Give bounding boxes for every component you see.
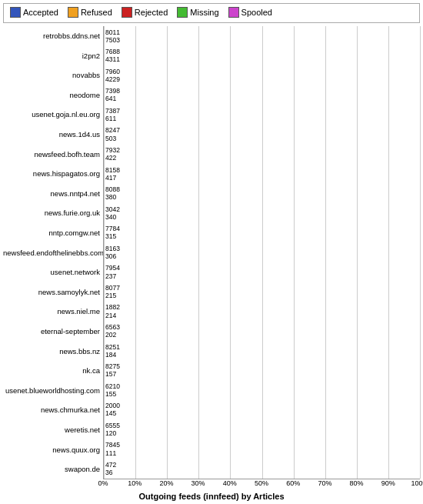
x-tick-label: 60% [286, 479, 300, 487]
bar-row: 8077215 [104, 285, 420, 298]
y-label: news.hispagatos.org [3, 170, 100, 178]
bar-num: 111 [105, 449, 120, 457]
bar-row: 2000145 [104, 403, 420, 416]
bar-num: 7932 [105, 146, 120, 154]
bar-num: 8088 [105, 185, 120, 193]
bar-num: 6210 [105, 382, 120, 390]
bar-numbers: 7784315 [105, 225, 120, 240]
bar-num: 7784 [105, 225, 120, 232]
bar-num: 6555 [105, 422, 120, 429]
bar-numbers: 6210155 [105, 382, 120, 398]
bar-row: 6210155 [104, 384, 420, 396]
bar-num: 422 [105, 154, 120, 162]
bar-numbers: 79604229 [105, 68, 120, 83]
bar-num: 306 [105, 252, 120, 260]
bars-area: 8011750376884311796042297398641738761182… [103, 26, 420, 479]
bar-numbers: 8251184 [105, 343, 120, 359]
bar-row: 79604229 [104, 69, 420, 82]
y-label: novabbs [3, 72, 100, 79]
x-tick-label: 50% [255, 479, 268, 487]
y-label: usenet.network [3, 269, 100, 276]
accepted-swatch [10, 7, 21, 18]
bar-num: 2000 [105, 402, 120, 409]
bar-num: 8251 [105, 343, 120, 351]
bar-numbers: 8158417 [105, 166, 120, 182]
bar-row: 47236 [104, 462, 420, 475]
bar-numbers: 6555120 [105, 422, 120, 437]
bar-num: 155 [105, 390, 120, 398]
bar-numbers: 7932422 [105, 146, 120, 162]
refused-label: Refused [81, 8, 112, 17]
y-label: swapon.de [3, 466, 100, 473]
legend-missing: Missing [177, 7, 218, 18]
bar-num: 8077 [105, 284, 120, 292]
y-label: weretis.net [3, 426, 100, 434]
bar-num: 7688 [105, 48, 120, 55]
y-label: news.furie.org.uk [3, 209, 100, 217]
legend-accepted: Accepted [10, 7, 58, 18]
bar-num: 611 [105, 115, 120, 122]
chart-area: retrobbs.ddns.neti2pn2novabbsneodomeusen… [3, 26, 420, 479]
x-tick-label: 0% [98, 479, 108, 487]
bar-numbers: 7845111 [105, 441, 120, 456]
bar-numbers: 8275157 [105, 362, 120, 378]
x-tick-label: 40% [223, 479, 237, 487]
bar-row: 8251184 [104, 345, 420, 357]
bar-row: 76884311 [104, 49, 420, 62]
bar-num: 215 [105, 292, 120, 299]
bar-numbers: 1882214 [105, 303, 120, 319]
bar-num: 8158 [105, 166, 120, 174]
x-tick-label: 70% [318, 479, 331, 487]
x-axis-title: Outgoing feeds (innfeed) by Articles [3, 492, 420, 501]
y-label: news.nntp4.net [3, 190, 100, 198]
bar-num: 641 [105, 95, 120, 102]
bar-num: 145 [105, 409, 120, 417]
bar-num: 7960 [105, 68, 120, 75]
rejected-swatch [122, 7, 132, 18]
bar-row: 7784315 [104, 226, 420, 239]
bar-num: 417 [105, 174, 120, 182]
bar-num: 184 [105, 351, 120, 359]
bar-row: 80117503 [104, 30, 420, 42]
x-tick-label: 90% [381, 479, 395, 487]
bottom-section: 0%10%20%30%40%50%60%70%80%90%100% Outgoi… [3, 479, 420, 501]
y-label: news.niel.me [3, 308, 100, 315]
bar-num: 1882 [105, 303, 120, 311]
rejected-label: Rejected [135, 8, 168, 17]
bar-numbers: 7954237 [105, 264, 120, 279]
bar-num: 8011 [105, 28, 120, 36]
legend-refused: Refused [68, 7, 112, 18]
bar-row: 1882214 [104, 305, 420, 318]
bar-numbers: 7387611 [105, 107, 120, 122]
bar-row: 8163306 [104, 246, 420, 259]
bar-num: 7503 [105, 36, 120, 44]
y-label: nk.ca [3, 367, 100, 375]
bar-num: 7387 [105, 107, 120, 115]
y-label: retrobbs.ddns.net [3, 32, 100, 40]
bar-row: 8247503 [104, 129, 420, 141]
bar-numbers: 3042340 [105, 205, 120, 221]
bar-num: 315 [105, 232, 120, 240]
spooled-label: Spooled [241, 8, 272, 17]
bar-row: 7398641 [104, 88, 420, 101]
bar-numbers: 8163306 [105, 245, 120, 260]
bar-num: 237 [105, 272, 120, 280]
bar-num: 472 [105, 461, 116, 469]
bar-num: 503 [105, 135, 120, 142]
bar-num: 36 [105, 469, 116, 476]
bar-row: 8158417 [104, 168, 420, 180]
y-label: usenet.goja.nl.eu.org [3, 111, 100, 118]
bar-num: 214 [105, 312, 120, 319]
legend: Accepted Refused Rejected Missing Spoole… [3, 3, 420, 23]
bar-numbers: 47236 [105, 461, 116, 476]
y-label: newsfeed.bofh.team [3, 151, 100, 159]
accepted-label: Accepted [23, 8, 58, 17]
bar-row: 7932422 [104, 148, 420, 160]
y-label: news.1d4.us [3, 131, 100, 139]
missing-swatch [177, 7, 188, 18]
bar-num: 7845 [105, 441, 120, 449]
bar-numbers: 7398641 [105, 87, 120, 102]
bar-numbers: 76884311 [105, 48, 120, 63]
y-label: eternal-september [3, 328, 100, 335]
bar-numbers: 8247503 [105, 126, 120, 142]
